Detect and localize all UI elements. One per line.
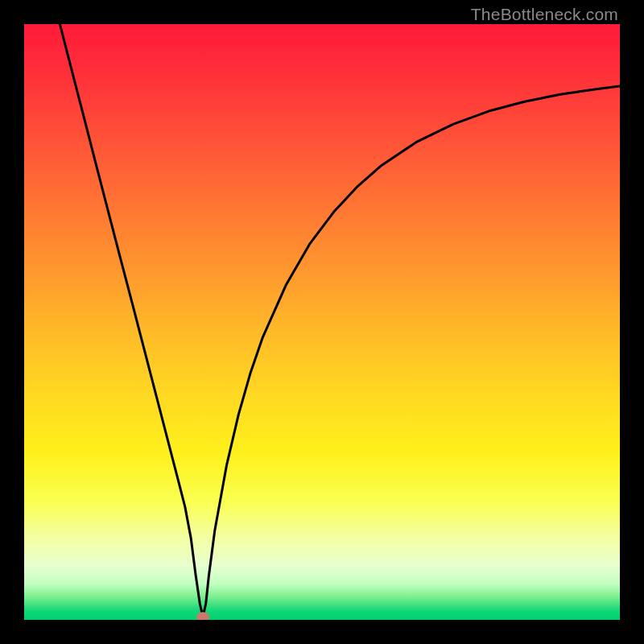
bottleneck-curve	[60, 24, 620, 617]
plot-area	[24, 24, 620, 620]
frame-right	[620, 0, 644, 644]
chart-container: TheBottleneck.com	[0, 0, 644, 644]
chart-svg	[24, 24, 620, 620]
watermark-text: TheBottleneck.com	[471, 5, 618, 24]
optimum-marker	[196, 612, 209, 620]
frame-left	[0, 0, 24, 644]
frame-bottom	[0, 620, 644, 644]
